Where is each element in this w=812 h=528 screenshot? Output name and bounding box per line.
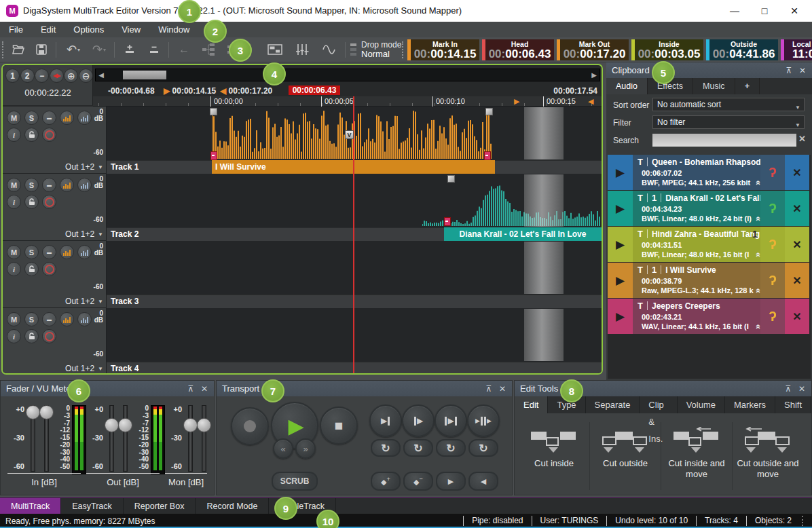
clip-fade-marker[interactable] [210, 151, 217, 160]
close-icon[interactable]: ✕ [497, 383, 508, 394]
fader-slider[interactable] [184, 405, 196, 470]
clip-handle[interactable] [485, 108, 493, 115]
lock-icon[interactable] [24, 195, 39, 209]
mode-tab-multitrack[interactable]: MultiTrack [0, 498, 61, 514]
entry-info[interactable]: TJeepers Creepers00:02:43.21WAV, Linear;… [633, 299, 760, 334]
loop-button-2[interactable]: ↻ [403, 439, 433, 457]
mixer-icon[interactable] [292, 40, 312, 59]
track-output-select[interactable]: Out 1+2▼ [23, 228, 103, 240]
clip-label[interactable]: Diana Krall - 02 Let's Fall In Love [444, 227, 602, 241]
loop-button-3[interactable]: ↻ [436, 439, 466, 457]
expand-icon[interactable]: » [752, 216, 760, 221]
fader-knob[interactable] [26, 405, 40, 419]
track-meter-button[interactable] [60, 245, 74, 259]
tool-cut-outside[interactable]: Cut outside [591, 420, 659, 469]
toolbar-grip-2[interactable] [402, 41, 405, 58]
prelisten-ear-icon[interactable]: ʔ [760, 299, 785, 334]
arrange-blocks-icon[interactable] [265, 40, 285, 59]
remove-marker-button[interactable]: ◆− [403, 472, 433, 491]
entry-play-button[interactable]: ▶ [608, 191, 633, 226]
entry-play-button[interactable]: ▶ [608, 155, 633, 190]
clipboard-entry[interactable]: ▶TQueen - Bohemian Rhapsody_mp00:06:07.0… [608, 155, 809, 190]
track-meter-alt-button[interactable] [77, 111, 92, 125]
prelisten-ear-icon[interactable]: ʔ [760, 155, 785, 190]
fader-slider[interactable] [119, 405, 130, 470]
clear-search-icon[interactable]: ✕ [798, 134, 806, 144]
minimize-button[interactable]: — [720, 0, 750, 21]
entry-delete-icon[interactable]: ✕ [785, 263, 809, 298]
track-output-select[interactable]: Out 1+2▼ [23, 362, 103, 375]
tool-cut-inside-and-move[interactable]: Cut inside and move [663, 420, 731, 480]
edit-tools-tab-separate[interactable]: Separate [586, 396, 640, 413]
play-between-marks-button[interactable]: ▶ [435, 404, 467, 437]
fader-knob[interactable] [118, 418, 132, 432]
track-solo-button[interactable]: S [24, 245, 39, 259]
clipboard-entry[interactable]: ▶THindi Zahra - Beautiful Tang100:04:31.… [608, 227, 809, 262]
entry-delete-icon[interactable]: ✕ [785, 299, 809, 334]
scrub-forward-button[interactable]: » [295, 438, 316, 459]
clip-handle[interactable] [447, 175, 455, 183]
add-marker-button[interactable]: ◆+ [371, 472, 401, 491]
track-output-select[interactable]: Out 1+2▼ [23, 161, 103, 173]
stop-button[interactable]: ■ [320, 407, 358, 445]
redo-icon[interactable]: ↷▾ [87, 40, 111, 59]
remove-track-icon[interactable] [144, 40, 164, 59]
menu-item-window[interactable]: Window [149, 22, 198, 37]
close-icon[interactable]: ✕ [797, 65, 808, 76]
maximize-button[interactable]: □ [750, 0, 779, 21]
track-output-select[interactable]: Out 1+2▼ [23, 295, 103, 307]
close-icon[interactable]: ✕ [199, 383, 210, 394]
track-info-button[interactable]: i [7, 262, 21, 276]
clip-handle[interactable] [210, 108, 217, 115]
prelisten-ear-icon[interactable]: ʔ [760, 227, 785, 262]
tree-icon[interactable] [198, 40, 219, 59]
clip-fade-marker[interactable] [444, 217, 451, 226]
entry-delete-icon[interactable]: ✕ [785, 227, 809, 262]
fader-slider[interactable] [105, 405, 117, 470]
drop-mode[interactable]: Drop mode Normal [361, 40, 401, 59]
clip-fade-marker[interactable] [484, 151, 491, 160]
play-from-mark-button[interactable]: ▶ [402, 404, 435, 437]
track-minimize-button[interactable]: ▬ [42, 178, 56, 192]
scrub-button[interactable]: SCRUB [272, 472, 318, 491]
entry-info[interactable]: T1Diana Krall - 02 Let's Fall In Lo00:04… [633, 191, 760, 226]
waveform-icon[interactable] [319, 40, 339, 59]
sort-order-select[interactable]: No automatic sort▼ [652, 98, 805, 111]
lock-icon[interactable] [24, 329, 39, 343]
lock-icon[interactable] [24, 262, 39, 276]
edit-tools-tab-edit[interactable]: Edit [515, 396, 548, 413]
track-record-button[interactable] [42, 128, 56, 142]
clipboard-entry[interactable]: ▶T1I Will Survive00:00:38.79Raw, MPEG-L.… [608, 263, 809, 298]
entry-play-button[interactable]: ▶ [608, 263, 633, 298]
lock-icon[interactable] [24, 128, 39, 142]
track-info-button[interactable]: i [7, 195, 21, 209]
pin-icon[interactable]: ⊼ [185, 383, 196, 394]
close-icon[interactable]: ✕ [796, 383, 807, 394]
track-solo-button[interactable]: S [24, 111, 39, 125]
entry-info[interactable]: THindi Zahra - Beautiful Tang100:04:31.5… [633, 227, 760, 262]
pin-icon[interactable]: ⊼ [483, 383, 494, 394]
entry-info[interactable]: T1I Will Survive00:00:38.79Raw, MPEG-L.3… [633, 263, 760, 298]
volume-marker[interactable]: V [345, 130, 354, 139]
step-forward-button[interactable]: ▶ [436, 472, 466, 491]
track-record-button[interactable] [42, 195, 56, 209]
clipboard-entry[interactable]: ▶TJeepers Creepers00:02:43.21WAV, Linear… [608, 299, 809, 334]
menu-item-edit[interactable]: Edit [32, 22, 64, 37]
prelisten-ear-icon[interactable]: ʔ [760, 263, 785, 298]
track-meter-button[interactable] [60, 312, 74, 326]
fader-knob[interactable] [105, 418, 119, 432]
track-record-button[interactable] [42, 329, 56, 343]
track-mute-button[interactable]: M [7, 312, 21, 326]
track-record-button[interactable] [42, 262, 56, 276]
menu-item-view[interactable]: View [113, 22, 149, 37]
add-tab-button[interactable]: + [735, 78, 760, 94]
menu-item-options[interactable]: Options [64, 22, 113, 37]
track-meter-alt-button[interactable] [77, 178, 92, 192]
entry-delete-icon[interactable]: ✕ [785, 155, 809, 190]
close-button[interactable]: ✕ [779, 0, 809, 21]
track-minimize-button[interactable]: ▬ [42, 312, 56, 326]
entry-play-button[interactable]: ▶ [608, 299, 633, 334]
clipboard-tab-audio[interactable]: Audio [606, 78, 648, 94]
fader-knob[interactable] [183, 418, 198, 432]
track-minimize-button[interactable]: ▬ [42, 111, 56, 125]
